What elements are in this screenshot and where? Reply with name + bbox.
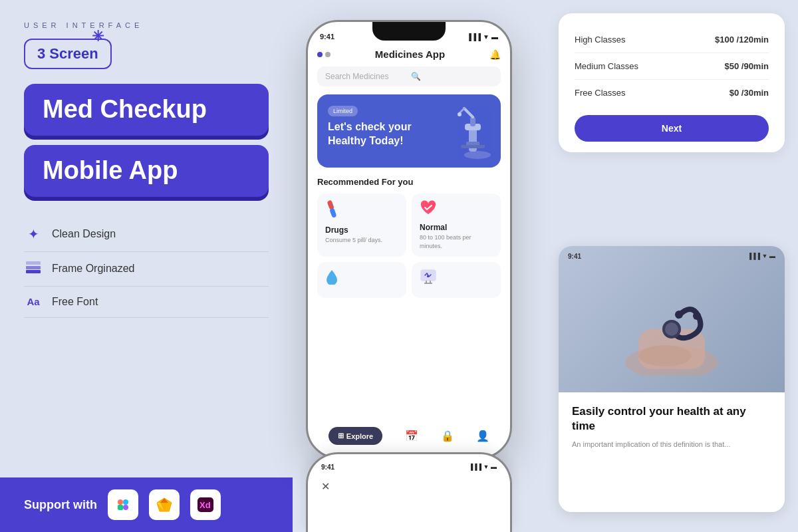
sketch-badge	[149, 489, 180, 520]
phone-screen: Medicines App 🔔 Search Medicines 🔍 Limit…	[308, 43, 510, 442]
hero-banner: Limited Let's check your Healthy Today!	[317, 94, 501, 168]
svg-rect-1	[26, 266, 41, 269]
card-title: Drugs	[325, 225, 398, 235]
section-title: Recommended For you	[317, 177, 501, 187]
svg-rect-5	[118, 505, 123, 510]
search-icon: 🔍	[411, 72, 493, 81]
hero-title: Let's check your Healthy Today!	[328, 120, 421, 148]
pricing-price: $0 /30min	[730, 88, 769, 98]
feature-font: Aa Free Font	[24, 287, 269, 318]
svg-rect-2	[26, 270, 41, 273]
stethoscope-illustration	[612, 276, 732, 376]
bell-icon[interactable]: 🔔	[489, 49, 501, 60]
phone-header: Medicines App 🔔	[317, 43, 501, 66]
drop-card	[317, 262, 406, 298]
health-status-time: 9:41	[568, 253, 581, 260]
pricing-label: High Classes	[575, 35, 626, 45]
cards-grid: Drugs Consume 5 pill/ days. Normal 80 to…	[317, 194, 501, 298]
pricing-price: $100 /120min	[715, 35, 769, 45]
feature-label: Clean Design	[52, 228, 116, 240]
dots-menu[interactable]	[317, 52, 331, 57]
profile-icon[interactable]: 👤	[476, 430, 489, 442]
calendar-icon[interactable]: 📅	[405, 430, 418, 442]
battery-icon: ▬	[491, 33, 498, 41]
health-content: Easily control your health at any time A…	[559, 392, 785, 512]
stethoscope-bg: 9:41 ▐▐▐ ▼ ▬	[559, 246, 785, 392]
pricing-medium: Medium Classes $50 /90min	[575, 53, 769, 80]
feature-clean-design: ✦ Clean Design	[24, 217, 269, 252]
title-mobile-app: Mobile App	[24, 145, 269, 197]
drug-icon	[325, 200, 398, 222]
health-desc: An important implication of this definit…	[572, 439, 771, 450]
svg-point-22	[458, 112, 462, 116]
card-title: Normal	[420, 223, 493, 232]
normal-card: Normal 80 to 100 beats per minutes.	[412, 194, 501, 257]
svg-point-33	[665, 323, 678, 336]
ui-label: USER INTERFACE	[24, 21, 269, 29]
drop-icon	[325, 269, 398, 288]
explore-label: Explore	[346, 432, 373, 440]
phone-frame: 9:41 ▐▐▐ ▼ ▬ Medicines App 🔔 Search Medi…	[306, 20, 512, 459]
feature-list: ✦ Clean Design Frame Orginazed Aa Free F…	[24, 217, 269, 318]
pricing-price: $50 /90min	[725, 61, 769, 71]
search-placeholder: Search Medicines	[325, 72, 407, 81]
health-title: Easily control your health at any time	[572, 404, 771, 434]
bottom-status-time: 9:41	[321, 464, 334, 471]
svg-line-21	[460, 108, 464, 113]
card-desc: 80 to 100 beats per minutes.	[420, 233, 493, 250]
bottom-phone-partial: 9:41 ▐▐▐ ▼ ▬ ✕	[306, 452, 512, 532]
bottom-status-icons: ▐▐▐ ▼ ▬	[469, 464, 497, 471]
monitor-card	[412, 262, 501, 298]
figma-badge	[108, 489, 138, 520]
svg-rect-19	[461, 145, 485, 148]
mini-status: 9:41 ▐▐▐ ▼ ▬	[568, 253, 775, 260]
feature-label: Free Font	[52, 296, 98, 308]
search-bar[interactable]: Search Medicines 🔍	[317, 66, 501, 86]
screen-badge-text: 3 Screen	[37, 45, 98, 63]
hero-badge: Limited	[328, 106, 358, 116]
card-desc: Consume 5 pill/ days.	[325, 236, 398, 245]
drug-card: Drugs Consume 5 pill/ days.	[317, 194, 406, 257]
xd-badge: Xd	[190, 489, 221, 520]
explore-button[interactable]: ⊞ Explore	[329, 427, 382, 442]
pricing-list: High Classes $100 /120min Medium Classes…	[575, 27, 769, 106]
heart-icon	[420, 200, 493, 219]
status-time: 9:41	[320, 33, 334, 41]
svg-rect-4	[123, 499, 128, 505]
spark-icon: ✳	[92, 28, 104, 45]
scallop-edge	[559, 501, 785, 512]
svg-point-6	[123, 505, 128, 510]
svg-rect-3	[118, 499, 123, 505]
svg-rect-0	[26, 261, 41, 265]
bottom-phone-status: 9:41 ▐▐▐ ▼ ▬	[321, 464, 497, 471]
signal-icon: ▐▐▐	[467, 33, 481, 41]
left-panel: USER INTERFACE ✳ 3 Screen Med Checkup Mo…	[0, 0, 293, 532]
svg-point-35	[693, 312, 701, 320]
wifi-icon: ▼	[483, 33, 489, 41]
sparkle-icon: ✦	[24, 226, 43, 242]
bottom-nav: ⊞ Explore 📅 🔒 👤	[308, 422, 510, 442]
pricing-free: Free Classes $0 /30min	[575, 80, 769, 106]
pricing-label: Free Classes	[575, 88, 626, 98]
next-button[interactable]: Next	[575, 115, 769, 142]
microscope-icon	[441, 105, 494, 164]
app-title: Medicines App	[375, 49, 445, 60]
status-icons: ▐▐▐ ▼ ▬	[467, 33, 498, 41]
font-icon: Aa	[24, 296, 43, 307]
svg-rect-17	[470, 117, 475, 126]
svg-rect-29	[427, 275, 429, 277]
svg-point-14	[464, 151, 491, 159]
pricing-high: High Classes $100 /120min	[575, 27, 769, 53]
dot	[325, 52, 331, 57]
pricing-panel: High Classes $100 /120min Medium Classes…	[559, 13, 785, 152]
phone-notch	[372, 22, 446, 41]
title-med-checkup: Med Checkup	[24, 84, 269, 136]
pricing-label: Medium Classes	[575, 61, 638, 71]
svg-point-36	[638, 345, 692, 366]
phone-container: 9:41 ▐▐▐ ▼ ▬ Medicines App 🔔 Search Medi…	[306, 20, 519, 472]
support-bar: Support with Xd	[0, 477, 293, 532]
lock-icon[interactable]: 🔒	[441, 430, 454, 442]
close-icon[interactable]: ✕	[321, 480, 330, 493]
bottom-phone-inner: 9:41 ▐▐▐ ▼ ▬ ✕	[308, 454, 510, 505]
grid-icon: ⊞	[338, 432, 344, 440]
